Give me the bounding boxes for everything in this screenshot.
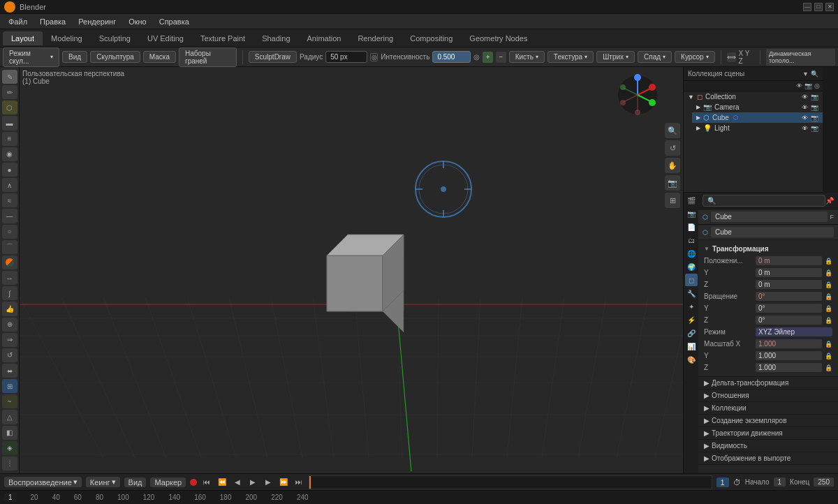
tab-uv-editing[interactable]: UV Editing <box>139 31 192 45</box>
start-frame-field[interactable]: 1 <box>774 477 786 487</box>
tool-nudge[interactable]: ⇒ <box>2 333 17 347</box>
relations-section[interactable]: ▶ Отношения <box>698 390 838 402</box>
fake-user-icon[interactable]: F <box>830 214 835 221</box>
nav-grid[interactable]: ⊞ <box>665 193 680 208</box>
tool-grab[interactable]: ↔ <box>2 271 17 285</box>
tab-constraints[interactable]: 🔗 <box>685 327 698 339</box>
tool-smooth[interactable]: ≈ <box>2 193 17 207</box>
texture-menu[interactable]: Текстура <box>547 51 594 63</box>
end-frame-field[interactable]: 250 <box>814 477 834 487</box>
properties-pin[interactable]: 📌 <box>825 197 834 205</box>
close-button[interactable]: ✕ <box>825 3 834 11</box>
visibility-section[interactable]: ▶ Видимость <box>698 440 838 452</box>
outliner-light[interactable]: ▶ 💡 Light 👁 📷 <box>692 123 823 133</box>
nav-camera[interactable]: 📷 <box>665 175 680 191</box>
prev-key-btn[interactable]: ⏪ <box>216 477 228 488</box>
tool-thumb[interactable]: 👍 <box>2 302 17 316</box>
rot-y-lock[interactable]: 🔒 <box>825 305 832 312</box>
outliner-cube[interactable]: ▶ ⬡ Cube ⬡ 👁 📷 <box>692 112 823 123</box>
scale-y-lock[interactable]: 🔒 <box>825 353 832 360</box>
tab-data[interactable]: 📊 <box>685 340 698 353</box>
rot-x-field[interactable]: 0° <box>756 292 822 301</box>
brush-menu[interactable]: Кисть <box>509 51 545 63</box>
menu-help[interactable]: Справка <box>154 16 195 27</box>
tab-texture-paint[interactable]: Texture Paint <box>192 31 253 45</box>
scale-z-lock[interactable]: 🔒 <box>825 364 832 371</box>
outliner-collection[interactable]: ▼ ◻ Collection 👁 📷 <box>684 91 823 102</box>
collection-cam[interactable]: 📷 <box>811 94 818 101</box>
tab-sculpting[interactable]: Sculpting <box>91 31 139 45</box>
camera-eye[interactable]: 👁 <box>802 104 808 111</box>
tab-world[interactable]: 🌍 <box>685 260 698 273</box>
viewport-gizmo[interactable] <box>617 74 659 116</box>
tool-simplify[interactable]: △ <box>2 410 17 424</box>
tool-pinch[interactable] <box>2 255 17 269</box>
cursor-menu[interactable]: Курсор <box>675 51 715 63</box>
light-eye[interactable]: 👁 <box>802 125 808 132</box>
tool-inflate[interactable]: ◉ <box>2 147 17 161</box>
tab-rendering[interactable]: Rendering <box>349 31 402 45</box>
scale-x-field[interactable]: 1.000 <box>756 339 822 348</box>
next-frame-btn[interactable]: ▶ <box>263 477 274 488</box>
pos-y-lock[interactable]: 🔒 <box>825 269 832 276</box>
tool-clay-strips[interactable]: ▬ <box>2 116 17 130</box>
tab-compositing[interactable]: Compositing <box>402 31 461 45</box>
tool-fill[interactable]: ○ <box>2 225 17 239</box>
menu-file[interactable]: Файл <box>3 16 33 27</box>
tab-output[interactable]: 📄 <box>685 221 698 233</box>
tool-layer[interactable]: ≡ <box>2 132 17 146</box>
prev-frame-btn[interactable]: ◀ <box>232 477 243 488</box>
scale-y-field[interactable]: 1.000 <box>756 351 822 360</box>
menu-edit[interactable]: Правка <box>34 16 71 27</box>
tab-view-layer[interactable]: 🗂 <box>685 234 698 246</box>
rot-x-lock[interactable]: 🔒 <box>825 293 832 300</box>
menu-render[interactable]: Рендеринг <box>73 16 122 27</box>
tab-physics[interactable]: ⚡ <box>685 313 698 326</box>
play-btn[interactable]: ▶ <box>247 477 258 488</box>
minimize-button[interactable]: — <box>803 3 811 11</box>
intensity-input[interactable] <box>432 51 471 63</box>
radius-icon[interactable]: ◎ <box>370 53 378 61</box>
tool-boundary[interactable]: ⊞ <box>2 379 17 393</box>
motion-paths-section[interactable]: ▶ Траектории движения <box>698 427 838 440</box>
viewport-display-section[interactable]: ▶ Отображение в выпорте <box>698 452 838 465</box>
pos-z-lock[interactable]: 🔒 <box>825 281 832 288</box>
face-sets-menu[interactable]: Наборы граней <box>179 47 237 67</box>
cube-eye[interactable]: 👁 <box>802 114 808 121</box>
tab-modeling[interactable]: Modeling <box>43 31 91 45</box>
tab-geometry-nodes[interactable]: Geometry Nodes <box>461 31 536 45</box>
menu-window[interactable]: Окно <box>123 16 152 27</box>
tool-draw-sharp[interactable]: ✏ <box>2 85 17 99</box>
tool-mask[interactable]: ◧ <box>2 426 17 440</box>
falloff-menu[interactable]: Спад <box>638 51 672 63</box>
playback-menu[interactable]: Воспроизведение ▾ <box>4 477 82 487</box>
next-key-btn[interactable]: ⏩ <box>278 477 289 488</box>
delta-transform-section[interactable]: ▶ Дельта-трансформация <box>698 377 838 390</box>
tab-modifiers[interactable]: 🔧 <box>685 287 698 299</box>
transform-header[interactable]: ▼ Трансформация <box>704 243 832 255</box>
view-menu[interactable]: Вид <box>62 51 87 63</box>
mask-menu[interactable]: Маска <box>143 51 176 63</box>
tool-multires-disp[interactable]: ⋮ <box>2 457 17 470</box>
brush-name[interactable]: SculptDraw <box>249 51 297 63</box>
dynamic-btn[interactable]: Динамическая тополо... <box>766 49 835 66</box>
keying-menu[interactable]: Кеинг ▾ <box>86 477 120 487</box>
instances-section[interactable]: ▶ Создание экземпляров <box>698 415 838 427</box>
tool-scrape[interactable]: ⌒ <box>2 240 17 254</box>
tool-draw-face-sets[interactable]: ◈ <box>2 441 17 455</box>
tab-material[interactable]: 🎨 <box>685 353 698 366</box>
jump-start-btn[interactable]: ⏮ <box>201 477 212 488</box>
tool-sculpt-draw[interactable]: ✎ <box>2 70 17 84</box>
light-cam[interactable]: 📷 <box>811 125 818 132</box>
stroke-menu[interactable]: Штрих <box>596 51 635 63</box>
nav-rotate[interactable]: ↺ <box>665 140 680 156</box>
tab-animation[interactable]: Animation <box>299 31 350 45</box>
tool-cloth[interactable]: ~ <box>2 394 17 408</box>
pos-z-field[interactable]: 0 m <box>756 280 822 289</box>
rot-z-field[interactable]: 0° <box>756 316 822 325</box>
data-name-field[interactable]: Cube <box>711 227 834 237</box>
jump-end-btn[interactable]: ⏭ <box>293 477 304 488</box>
tool-slide-relax[interactable]: ⬌ <box>2 364 17 378</box>
tool-pose[interactable]: ⊕ <box>2 318 17 332</box>
tab-layout[interactable]: Layout <box>3 31 43 45</box>
